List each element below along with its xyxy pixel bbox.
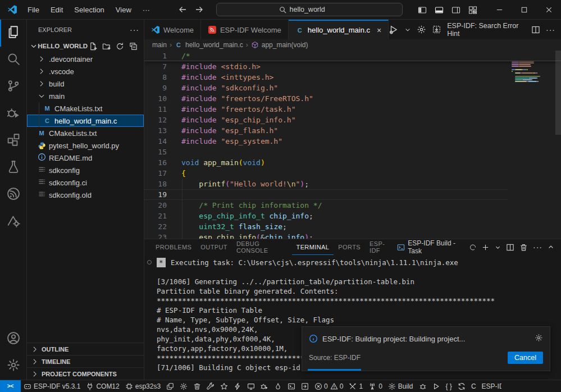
toggle-secondary-sidebar-icon[interactable]: [448, 0, 464, 20]
search-input[interactable]: [290, 6, 340, 13]
activity-extensions[interactable]: [0, 127, 26, 154]
forward-button[interactable]: [194, 4, 205, 15]
code-editor[interactable]: 1/*7#include <stdio.h>8#include <inttype…: [144, 51, 561, 239]
menu-edit[interactable]: Edit: [46, 4, 67, 16]
status-full-clean[interactable]: [190, 380, 204, 392]
section-project-components[interactable]: PROJECT COMPONENTS: [27, 367, 144, 380]
chevron-down-icon[interactable]: [495, 244, 501, 250]
tree-item-build[interactable]: build: [27, 78, 144, 90]
status-device-target[interactable]: esp32s3: [122, 380, 163, 392]
breadcrumb-symbol[interactable]: app_main(void): [262, 41, 308, 49]
close-tab-icon[interactable]: ×: [377, 26, 381, 35]
notification-settings-icon[interactable]: [535, 334, 543, 344]
customize-layout-icon[interactable]: [464, 0, 481, 20]
tree-item-README.md[interactable]: README.md: [27, 152, 144, 164]
status-flash[interactable]: [231, 380, 244, 392]
explorer-more-actions[interactable]: ···: [130, 25, 139, 34]
status-braces[interactable]: { }: [443, 380, 455, 392]
tree-item-sdkconfig.ci[interactable]: sdkconfig.ci: [27, 176, 144, 189]
status-star[interactable]: [217, 380, 231, 392]
tab-welcome[interactable]: Welcome: [144, 20, 201, 39]
tree-item-sdkconfig[interactable]: sdkconfig: [27, 164, 144, 176]
breadcrumb-file[interactable]: hello_world_main.c: [185, 41, 243, 49]
activity-search[interactable]: [0, 47, 26, 74]
close-button[interactable]: [536, 0, 561, 20]
activity-accounts[interactable]: [0, 326, 26, 353]
status-build-mode[interactable]: Build: [385, 380, 416, 392]
command-center-search[interactable]: [216, 3, 403, 16]
menu-file[interactable]: File: [23, 4, 44, 16]
panel-tab-terminal[interactable]: TERMINAL: [292, 239, 334, 255]
kill-terminal-icon[interactable]: [519, 243, 528, 252]
activity-explorer[interactable]: [0, 20, 26, 47]
tree-item-main[interactable]: main: [27, 90, 144, 102]
esp-idf-hint-button[interactable]: ESP-IDF: Search Error Hint: [447, 22, 526, 38]
status-custom-task[interactable]: [204, 380, 217, 392]
section-outline[interactable]: OUTLINE: [27, 343, 144, 355]
activity-espressif[interactable]: [0, 181, 26, 208]
panel-more-actions[interactable]: ···: [533, 243, 542, 252]
menu-view[interactable]: View: [111, 4, 136, 16]
status-ports-count[interactable]: 0: [366, 380, 385, 392]
maximize-panel-icon[interactable]: [548, 244, 554, 250]
tree-item-hello_world_main.c[interactable]: Chello_world_main.c: [27, 115, 144, 127]
project-section-header[interactable]: HELLO_WORLD: [27, 39, 144, 53]
status-problems[interactable]: 00: [312, 380, 346, 392]
status-com-port[interactable]: COM12: [83, 380, 122, 392]
status-terminal[interactable]: [285, 380, 298, 392]
flash-download-icon[interactable]: [432, 25, 441, 34]
chevron-down-icon[interactable]: [404, 26, 411, 33]
minimize-button[interactable]: [487, 0, 512, 20]
activity-source-control[interactable]: [0, 74, 26, 101]
panel-tab-problems[interactable]: PROBLEMS: [151, 239, 196, 255]
status-debug[interactable]: [258, 380, 271, 392]
gear-icon[interactable]: [417, 25, 426, 34]
refresh-icon[interactable]: [115, 41, 125, 51]
tree-item-.devcontainer[interactable]: .devcontainer: [27, 53, 144, 65]
status-sync[interactable]: [455, 380, 468, 392]
new-file-icon[interactable]: [88, 41, 98, 51]
status-run[interactable]: [430, 380, 443, 392]
panel-tab-ports[interactable]: PORTS: [334, 239, 365, 255]
toggle-panel-icon[interactable]: [431, 0, 448, 20]
menu-overflow[interactable]: ···: [138, 4, 154, 16]
activity-esp-idf-explorer[interactable]: [0, 208, 26, 235]
status-open-idf-terminal[interactable]: [298, 380, 312, 392]
panel-tab-debug-console[interactable]: DEBUG CONSOLE: [232, 239, 292, 255]
back-button[interactable]: [177, 4, 188, 15]
panel-tab-esp-idf[interactable]: ESP-IDF: [365, 239, 397, 255]
status-erase-flash[interactable]: [271, 380, 285, 392]
tree-item-CMakeLists.txt[interactable]: MCMakeLists.txt: [27, 127, 144, 139]
activity-testing[interactable]: [0, 154, 26, 181]
status-remote[interactable]: ><: [0, 380, 21, 392]
terminal-command-decoration[interactable]: [147, 260, 152, 265]
terminal-task-item[interactable]: ESP-IDF Build - Task: [397, 239, 476, 255]
breadcrumb-folder[interactable]: main: [152, 41, 167, 49]
activity-settings[interactable]: [0, 353, 26, 380]
tab-esp-idf-welcome[interactable]: ESP-IDF Welcome: [201, 20, 289, 39]
status-esp-idf-version[interactable]: ESP-IDF v5.3.1: [21, 380, 83, 392]
status-select-project[interactable]: [163, 380, 177, 392]
new-terminal-icon[interactable]: [481, 243, 490, 252]
status-esp-idf-label[interactable]: ESP-IDF: [479, 380, 501, 392]
tree-item-sdkconfig.old[interactable]: sdkconfig.old: [27, 189, 144, 201]
panel-tab-output[interactable]: OUTPUT: [196, 239, 232, 255]
status-language-c[interactable]: C: [468, 380, 479, 392]
tree-item-CMakeLists.txt[interactable]: MCMakeLists.txt: [27, 102, 144, 115]
toggle-sidebar-icon[interactable]: [414, 0, 431, 20]
collapse-all-icon[interactable]: [128, 41, 138, 51]
editor-more-actions[interactable]: ···: [546, 25, 555, 34]
status-menuconfig[interactable]: [177, 380, 190, 392]
section-timeline[interactable]: TIMELINE: [27, 355, 144, 367]
tree-item-.vscode[interactable]: .vscode: [27, 65, 144, 78]
split-terminal-icon[interactable]: [506, 243, 514, 252]
cancel-button[interactable]: Cancel: [508, 352, 543, 364]
tree-item-pytest_hello_world.py[interactable]: pytest_hello_world.py: [27, 139, 144, 152]
editor-scrollbar[interactable]: [555, 51, 561, 135]
run-task-icon[interactable]: [389, 25, 399, 35]
minimap[interactable]: [508, 51, 561, 239]
split-editor-icon[interactable]: [531, 25, 540, 34]
status-monitor[interactable]: [244, 380, 258, 392]
tab-hello-world-main-c[interactable]: Chello_world_main.c×: [289, 20, 389, 39]
status-bug[interactable]: [416, 380, 430, 392]
